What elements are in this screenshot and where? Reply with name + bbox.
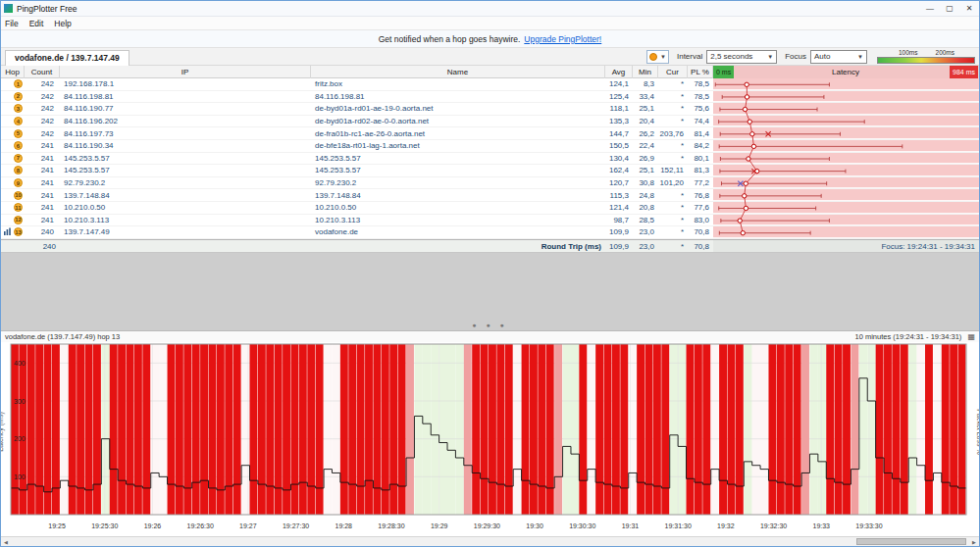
hop-cell: 12 [1, 215, 25, 226]
avg-cell: 130,4 [605, 153, 633, 165]
min-cell: 26,2 [633, 127, 658, 139]
target-tab[interactable]: vodafone.de / 139.7.147.49 [5, 50, 129, 66]
interval-control: Interval 2,5 seconds ▼ [677, 50, 777, 64]
ip-cell: 139.7.147.49 [60, 226, 311, 238]
hop-cell: 4 [1, 116, 25, 127]
svg-text:19:29: 19:29 [431, 522, 448, 529]
table-row[interactable]: 13240139.7.147.49vodafone.de109,923,0*70… [1, 226, 979, 239]
table-row[interactable]: 624184.116.190.34de-bfe18a-rt01-lag-1.ao… [1, 140, 979, 153]
menu-edit[interactable]: Edit [29, 19, 44, 28]
svg-text:19:32:30: 19:32:30 [760, 522, 787, 529]
maximize-button[interactable]: ▢ [940, 1, 959, 17]
ip-cell: 145.253.5.57 [60, 165, 311, 176]
ip-cell: 145.253.5.57 [60, 153, 311, 165]
upgrade-link[interactable]: Upgrade PingPlotter! [524, 34, 601, 44]
splitter-handle[interactable]: ● ● ● [472, 322, 508, 328]
avg-cell: 115,3 [605, 189, 633, 201]
svg-text:19:29:30: 19:29:30 [474, 522, 500, 529]
table-row[interactable]: 7241145.253.5.57145.253.5.57130,426,9*80… [1, 153, 979, 166]
table-row[interactable]: 8241145.253.5.57145.253.5.57162,425,1152… [1, 165, 979, 177]
interval-select[interactable]: 2,5 seconds ▼ [706, 50, 777, 64]
scroll-right-arrow[interactable]: ▶ [969, 537, 979, 546]
avg-cell: 121,4 [605, 202, 633, 214]
cur-cell: 203,76 [658, 127, 688, 139]
table-row[interactable]: 424284.116.196.202de-byd01a-rd02-ae-0-0.… [1, 116, 979, 128]
avg-cell: 124,1 [605, 78, 633, 90]
table-row[interactable]: 10241139.7.148.84139.7.148.84115,324,8*7… [1, 189, 979, 202]
upgrade-notice: Get notified when a hop goes haywire. Up… [1, 30, 979, 48]
count-cell: 241 [25, 202, 60, 214]
table-header: Hop Count IP Name Avg Min Cur PL % 0 ms … [1, 66, 979, 78]
hop-number-badge: 11 [14, 203, 23, 212]
name-cell: vodafone.de [311, 226, 605, 238]
name-cell: 92.79.230.2 [311, 177, 605, 189]
col-latency[interactable]: 0 ms Latency 984 ms [713, 66, 979, 78]
latency-header-label: Latency [832, 68, 859, 76]
cur-cell: 101,20 [658, 177, 688, 189]
latency-cell [713, 103, 979, 115]
pl-cell: 70,8 [688, 226, 713, 238]
scroll-left-arrow[interactable]: ◀ [1, 537, 11, 546]
table-row[interactable]: 324284.116.190.77de-byd01a-rd01-ae-19-0.… [1, 103, 979, 116]
ip-cell: 84.116.198.81 [60, 91, 311, 103]
avg-cell: 118,1 [605, 103, 633, 115]
summary-cur: * [658, 240, 688, 252]
svg-text:200: 200 [14, 435, 26, 442]
svg-text:19:26:30: 19:26:30 [187, 522, 214, 529]
name-cell: de-byd01a-rd01-ae-19-0.aorta.net [311, 103, 605, 115]
table-row[interactable]: 924192.79.230.292.79.230.2120,730,8101,2… [1, 177, 979, 190]
focus-select[interactable]: Auto ▼ [810, 50, 867, 64]
pl-cell: 74,4 [688, 116, 713, 127]
ip-cell: 139.7.148.84 [60, 189, 311, 201]
hop-cell: 11 [1, 202, 25, 214]
hop-number-badge: 3 [14, 104, 23, 113]
time-scale-icon[interactable]: ▦ [967, 332, 975, 341]
col-name[interactable]: Name [311, 66, 605, 78]
hop-number-badge: 8 [14, 166, 23, 174]
timeline-chart[interactable]: 40030020010019:2519:25:3019:2619:26:3019… [1, 342, 979, 536]
scrollbar-thumb[interactable] [856, 538, 966, 545]
timeline-range-label: 10 minutes (19:24:31 - 19:34:31) [855, 332, 962, 341]
ip-cell: 192.168.178.1 [60, 78, 311, 90]
hop-cell: 8 [1, 165, 25, 176]
table-row[interactable]: 1224110.210.3.11310.210.3.11398,728,5*83… [1, 215, 979, 227]
col-ip[interactable]: IP [60, 66, 311, 78]
col-min[interactable]: Min [633, 66, 658, 78]
horizontal-scrollbar[interactable]: ◀ ▶ [1, 536, 979, 546]
hop-cell: 5 [1, 127, 25, 139]
close-button[interactable]: ✕ [959, 1, 979, 17]
table-row[interactable]: 1124110.210.0.5010.210.0.50121,420,8*77,… [1, 202, 979, 215]
hop-number-badge: 13 [14, 227, 23, 236]
col-cur[interactable]: Cur [658, 66, 688, 78]
col-avg[interactable]: Avg [605, 66, 633, 78]
col-pl[interactable]: PL % [688, 66, 713, 78]
tab-bar: vodafone.de / 139.7.147.49 ▼ Interval 2,… [1, 48, 979, 66]
pl-cell: 78,5 [688, 91, 713, 103]
focus-control: Focus Auto ▼ [785, 50, 867, 64]
chevron-down-icon: ▼ [660, 54, 666, 60]
pl-cell: 77,2 [688, 177, 713, 189]
svg-text:19:30:30: 19:30:30 [569, 522, 595, 529]
ip-cell: 92.79.230.2 [60, 177, 311, 189]
minimize-button[interactable]: — [920, 1, 940, 17]
latency-cell [713, 177, 979, 189]
hop-number-badge: 9 [14, 178, 23, 187]
col-hop[interactable]: Hop [1, 66, 25, 78]
name-cell: de-bfe18a-rt01-lag-1.aorta.net [311, 140, 605, 152]
hop-cell: 10 [1, 189, 25, 201]
table-row[interactable]: 524284.116.197.73de-fra01b-rc1-ae-26-0.a… [1, 127, 979, 140]
menu-file[interactable]: File [5, 19, 19, 28]
hop-cell: 6 [1, 140, 25, 152]
count-cell: 241 [25, 165, 60, 176]
table-row[interactable]: 1242192.168.178.1fritz.box124,18,3*78,5 [1, 78, 979, 91]
timeline-plot-area[interactable]: Latency (ms) Packet Loss % 4003002001001… [1, 342, 979, 536]
trace-state-button[interactable]: ▼ [646, 50, 669, 64]
pl-cell: 80,1 [688, 153, 713, 165]
table-row[interactable]: 224284.116.198.8184.116.198.81125,433,4*… [1, 91, 979, 104]
avg-cell: 120,7 [605, 177, 633, 189]
min-cell: 20,4 [633, 116, 658, 127]
col-count[interactable]: Count [25, 66, 60, 78]
name-cell: 10.210.3.113 [311, 215, 605, 226]
menu-help[interactable]: Help [54, 19, 71, 28]
app-icon [4, 4, 13, 13]
